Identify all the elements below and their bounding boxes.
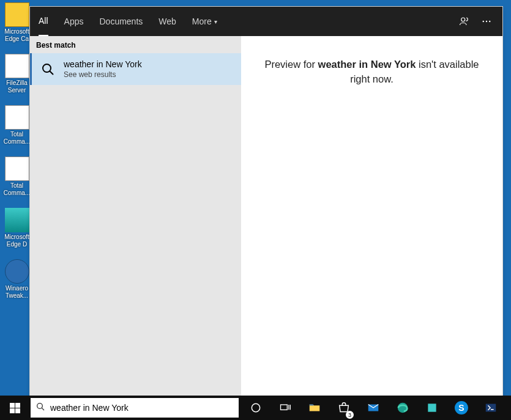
desktop-icon-edge-dev[interactable]: Microsoft Edge D	[0, 208, 34, 248]
desktop-icon-label: Microsoft Edge D	[0, 234, 34, 248]
desktop-icon-edge-canary[interactable]: Microsoft Edge Ca	[0, 2, 34, 43]
desktop-icon-label: FileZilla Server	[0, 79, 34, 94]
result-title: weather in New York	[64, 59, 142, 69]
powershell-button[interactable]	[476, 396, 505, 420]
skype-button[interactable]: S	[447, 396, 476, 420]
skype-icon: S	[455, 401, 468, 414]
desktop-icons-strip: Microsoft Edge Ca FileZilla Server Total…	[0, 0, 34, 311]
desktop-icon-winaero-tweak[interactable]: Winaero Tweak...	[0, 259, 34, 300]
svg-point-3	[489, 21, 490, 22]
winaero-icon	[5, 259, 29, 284]
svg-point-4	[43, 64, 51, 72]
store-badge-count: 3	[346, 411, 354, 419]
totalcmd-icon	[5, 157, 29, 181]
taskbar-search-box[interactable]	[31, 398, 239, 418]
desktop-icon-label: Total Comma...	[0, 131, 34, 146]
task-view-button[interactable]	[270, 396, 300, 420]
svg-line-7	[42, 408, 44, 410]
file-explorer-button[interactable]	[300, 396, 329, 420]
result-subtitle: See web results	[64, 70, 142, 79]
search-tabs: All Apps Documents Web More ▾	[30, 7, 502, 36]
search-icon	[35, 402, 45, 414]
preview-pane: Preview for weather in New York isn't av…	[241, 36, 502, 407]
search-input[interactable]	[50, 403, 234, 413]
feedback-icon[interactable]	[457, 14, 472, 29]
svg-point-1	[483, 21, 484, 22]
svg-rect-9	[281, 405, 288, 410]
svg-point-8	[252, 403, 259, 411]
svg-point-2	[486, 21, 487, 22]
search-panel: All Apps Documents Web More ▾ Best match	[29, 6, 503, 408]
tab-apps[interactable]: Apps	[64, 7, 84, 36]
svg-line-5	[50, 71, 53, 75]
preview-text-before: Preview for	[264, 59, 318, 70]
microsoft-store-button[interactable]: 3	[329, 396, 359, 420]
mail-button[interactable]	[359, 396, 388, 420]
result-item-web[interactable]: weather in New York See web results	[30, 53, 241, 85]
desktop-icon-totalcmd-2[interactable]: Total Comma...	[0, 157, 34, 197]
results-pane: Best match weather in New York See web r…	[30, 36, 241, 407]
tab-all[interactable]: All	[39, 7, 48, 36]
totalcmd-icon	[5, 105, 29, 130]
windows-logo-icon	[10, 403, 20, 413]
more-options-icon[interactable]	[479, 14, 494, 29]
best-match-header: Best match	[30, 36, 241, 53]
svg-point-0	[461, 18, 465, 21]
desktop-icon-label: Microsoft Edge Ca	[0, 28, 34, 43]
desktop-icon-label: Total Comma...	[0, 182, 34, 197]
filezilla-icon	[5, 54, 29, 78]
svg-rect-14	[428, 403, 436, 411]
search-icon	[38, 59, 58, 79]
application-button[interactable]	[417, 396, 447, 420]
preview-message: Preview for weather in New York isn't av…	[241, 57, 502, 86]
preview-text-query: weather in New York	[318, 59, 416, 70]
tab-web[interactable]: Web	[159, 7, 176, 36]
edge-canary-icon	[5, 2, 29, 27]
desktop-icon-filezilla[interactable]: FileZilla Server	[0, 54, 34, 94]
edge-dev-icon	[5, 208, 29, 232]
edge-button[interactable]	[388, 396, 417, 420]
start-button[interactable]	[0, 396, 29, 420]
tab-more[interactable]: More ▾	[192, 7, 217, 36]
desktop-icon-label: Winaero Tweak...	[0, 285, 34, 300]
taskbar: 3 S	[0, 396, 511, 420]
chevron-down-icon: ▾	[214, 18, 217, 25]
cortana-button[interactable]	[241, 396, 270, 420]
desktop-icon-totalcmd-1[interactable]: Total Comma...	[0, 105, 34, 146]
svg-point-6	[37, 403, 43, 409]
tab-more-label: More	[192, 17, 212, 26]
tab-documents[interactable]: Documents	[99, 7, 143, 36]
